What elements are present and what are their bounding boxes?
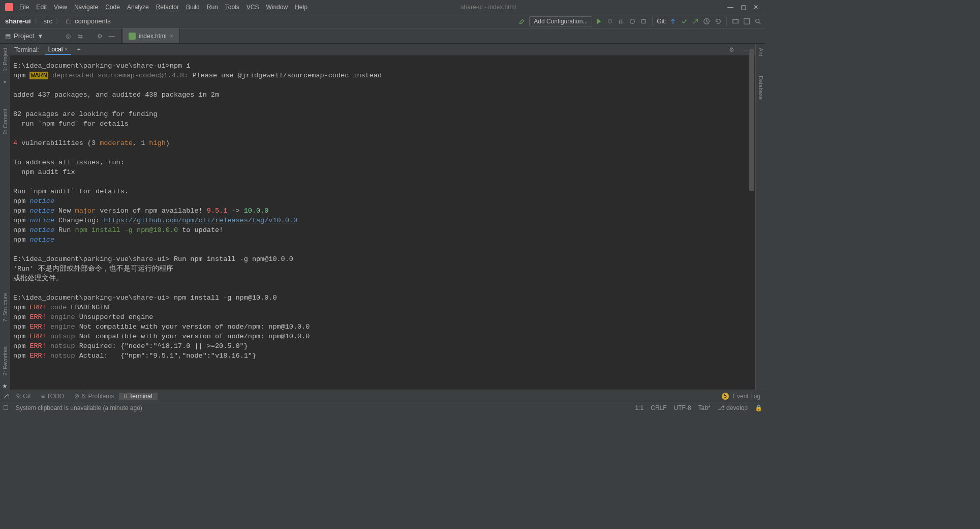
git-update-icon[interactable]	[668, 17, 678, 26]
run-toolbar: Add Configuration... Git:	[518, 16, 765, 26]
terminal-tab-local[interactable]: Local ×	[45, 45, 71, 55]
svg-point-1	[630, 19, 635, 23]
tool-todo[interactable]: ≡TODO	[36, 393, 69, 400]
tab-close-icon[interactable]: ×	[170, 33, 173, 40]
tool-terminal[interactable]: ⌑Terminal	[119, 393, 157, 400]
menu-refactor[interactable]: Refactor	[153, 2, 182, 13]
tool-problems-label: 6: Problems	[81, 393, 114, 400]
run-config-combo[interactable]: Add Configuration...	[529, 16, 592, 26]
tool-database[interactable]: Database	[757, 75, 765, 101]
terminal-output[interactable]: E:\idea_document\parking-vue\share-ui>np…	[10, 56, 755, 390]
coverage-icon[interactable]	[617, 17, 626, 26]
terminal-title: Terminal:	[14, 46, 39, 53]
menu-edit[interactable]: Edit	[33, 2, 50, 13]
revert-icon[interactable]	[713, 17, 722, 26]
history-icon[interactable]	[702, 17, 711, 26]
caret-position[interactable]: 1:1	[635, 404, 644, 412]
collapse-icon[interactable]: ⇆	[76, 32, 85, 41]
scrollbar-thumb[interactable]	[749, 49, 754, 191]
lock-icon[interactable]: 🔒	[755, 404, 762, 412]
branch-icon: ⎇	[0, 393, 11, 400]
app-logo-icon	[5, 3, 13, 11]
nav-toolbar: share-ui 〉 src 〉 🗀 components Add Config…	[0, 14, 765, 28]
gear-icon[interactable]: ⚙	[95, 32, 104, 41]
tool-git[interactable]: 9: Git	[11, 393, 36, 400]
menu-navigate[interactable]: Navigate	[71, 2, 101, 13]
tool-todo-label: TODO	[47, 393, 64, 400]
project-icon: ▤	[5, 33, 11, 40]
close-icon[interactable]: ✕	[753, 4, 758, 11]
breadcrumb-src[interactable]: src	[44, 17, 52, 25]
dropdown-icon[interactable]: ▼	[37, 33, 43, 40]
window-title: share-ui - index.html	[250, 4, 727, 11]
profile-icon[interactable]	[628, 17, 637, 26]
chevron-right-icon: 〉	[55, 17, 62, 26]
tab-index-html[interactable]: index.html ×	[122, 28, 180, 43]
play-icon[interactable]	[594, 17, 603, 26]
svg-rect-2	[642, 19, 646, 23]
terminal-add-tab[interactable]: +	[77, 46, 81, 53]
minimize-icon[interactable]: —	[727, 4, 733, 11]
maximize-icon[interactable]: ▢	[741, 4, 746, 11]
git-label: Git:	[657, 18, 666, 25]
left-gutter: 1: Project ▫ 0: Commit 7: Structure 2: F…	[0, 44, 10, 390]
folder-icon: 🗀	[65, 17, 72, 25]
search-icon[interactable]	[753, 17, 762, 26]
titlebar: FileEditViewNavigateCodeAnalyzeRefactorB…	[0, 0, 765, 14]
menu-view[interactable]: View	[51, 2, 70, 13]
tool-structure[interactable]: 7: Structure	[1, 292, 9, 323]
terminal-tab-close-icon[interactable]: ×	[65, 46, 68, 53]
stop-icon[interactable]	[639, 17, 648, 26]
menu-run[interactable]: Run	[204, 2, 221, 13]
bottom-toolbar: ⎇ 9: Git ≡TODO ⊘6: Problems ⌑Terminal 5 …	[0, 390, 765, 402]
tab-filename: index.html	[139, 33, 167, 40]
editor-tab-row: ▤ Project ▼ ◎ ⇆ ⚙ — index.html ×	[0, 28, 765, 44]
bug-icon[interactable]	[605, 17, 615, 26]
tool-project[interactable]: 1: Project	[1, 47, 9, 72]
target-icon[interactable]: ◎	[64, 32, 73, 41]
svg-rect-5	[744, 18, 750, 24]
html-file-icon	[129, 33, 136, 40]
branch-name: develop	[726, 404, 748, 412]
breadcrumb-components[interactable]: components	[75, 17, 111, 25]
svg-point-0	[608, 19, 612, 23]
gear-icon[interactable]: ⚙	[727, 45, 736, 54]
chevron-right-icon: 〉	[34, 17, 41, 26]
project-label: Project	[14, 32, 34, 40]
event-badge: 5	[722, 393, 729, 400]
tool-ant[interactable]: Ant	[757, 47, 765, 57]
status-bar: ☐ System clipboard is unavailable (a min…	[0, 402, 765, 413]
tool-commit[interactable]: 0: Commit	[1, 108, 9, 135]
tool-problems[interactable]: ⊘6: Problems	[69, 393, 119, 400]
hammer-icon[interactable]	[518, 17, 527, 26]
right-gutter: Ant Database	[755, 44, 765, 390]
star-icon: ★	[2, 383, 8, 390]
line-ending[interactable]: CRLF	[651, 404, 666, 412]
git-push-icon[interactable]	[691, 17, 700, 26]
event-log[interactable]: 5 Event Log	[717, 393, 765, 400]
menu-tools[interactable]: Tools	[222, 2, 242, 13]
menu-build[interactable]: Build	[183, 2, 203, 13]
editor-tabs: index.html ×	[122, 28, 180, 43]
breadcrumb-root[interactable]: share-ui	[5, 17, 31, 25]
encoding[interactable]: UTF-8	[674, 404, 691, 412]
terminal-tool-window: Terminal: Local × + ⚙ — E:\idea_document…	[10, 44, 755, 390]
ide-settings-icon[interactable]	[742, 17, 751, 26]
menu-analyze[interactable]: Analyze	[124, 2, 152, 13]
branch-indicator[interactable]: ⎇ develop	[718, 404, 748, 412]
menu-code[interactable]: Code	[102, 2, 123, 13]
hide-icon[interactable]: —	[107, 32, 116, 41]
folder-icon: ▫	[4, 78, 6, 85]
terminal-header: Terminal: Local × + ⚙ —	[10, 44, 755, 56]
tool-terminal-label: Terminal	[129, 393, 152, 400]
tool-git-label: 9: Git	[16, 393, 31, 400]
git-commit-icon[interactable]	[680, 17, 689, 26]
code-with-me-icon[interactable]	[731, 17, 740, 26]
indent[interactable]: Tab*	[698, 404, 711, 412]
menu-file[interactable]: File	[16, 2, 32, 13]
project-toolwindow-header[interactable]: ▤ Project ▼ ◎ ⇆ ⚙ —	[0, 28, 122, 43]
terminal-tab-label: Local	[48, 46, 63, 53]
breadcrumb: share-ui 〉 src 〉 🗀 components	[5, 17, 111, 26]
tool-favorites[interactable]: 2: Favorites	[1, 345, 9, 376]
status-message: System clipboard is unavailable (a minut…	[16, 404, 142, 412]
